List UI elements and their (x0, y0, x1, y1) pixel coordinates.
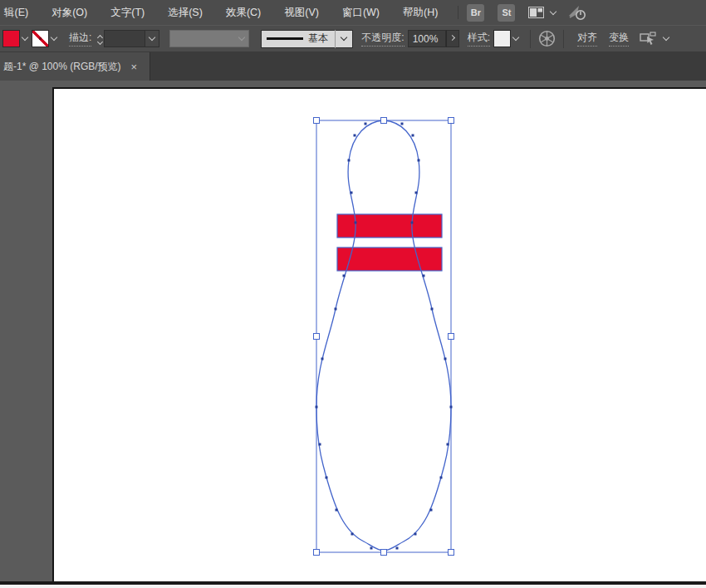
document-tab[interactable]: 题-1* @ 100% (RGB/预览) × (0, 52, 150, 81)
menu-bar: 辑(E) 对象(O) 文字(T) 选择(S) 效果(C) 视图(V) 窗口(W)… (0, 0, 706, 25)
stock-button[interactable]: St (498, 4, 515, 22)
graphic-style-swatch[interactable] (493, 30, 511, 47)
chevron-down-icon (238, 34, 245, 41)
selection-handle[interactable] (314, 118, 320, 124)
stroke-weight-input[interactable] (104, 30, 145, 47)
chevron-down-icon (22, 34, 28, 41)
gpu-rocket-icon (567, 4, 587, 21)
path-anchor-point[interactable] (415, 192, 418, 194)
brush-definition-label: 基本 (308, 32, 328, 46)
arrange-documents-button[interactable] (528, 7, 556, 18)
path-anchor-point[interactable] (450, 406, 453, 409)
stroke-color-dropdown[interactable] (49, 26, 61, 51)
path-anchor-point[interactable] (411, 222, 414, 224)
arrange-documents-icon (528, 7, 544, 18)
selection-handle[interactable] (381, 118, 387, 124)
path-anchor-point[interactable] (343, 275, 346, 277)
fill-color-dropdown[interactable] (20, 26, 32, 51)
path-anchor-point[interactable] (326, 477, 328, 479)
path-anchor-point[interactable] (447, 443, 449, 446)
controlbar-separator (530, 30, 531, 48)
path-anchor-point[interactable] (335, 308, 337, 311)
path-anchor-point[interactable] (351, 192, 353, 194)
menu-help[interactable]: 帮助(H) (391, 0, 449, 25)
chevron-down-icon (550, 7, 556, 14)
pin-stripe-top[interactable] (337, 214, 442, 238)
document-tab-bar: 题-1* @ 100% (RGB/预览) × (0, 52, 706, 81)
path-anchor-point[interactable] (348, 159, 351, 162)
path-anchor-point[interactable] (365, 123, 367, 125)
selection-handle[interactable] (314, 550, 320, 556)
path-anchor-point[interactable] (370, 547, 373, 550)
transform-panel-link[interactable]: 变换 (609, 31, 629, 47)
stroke-weight-dropdown[interactable] (145, 30, 159, 47)
path-anchor-point[interactable] (319, 443, 321, 446)
brush-stroke-preview (267, 37, 303, 40)
selection-handle[interactable] (314, 334, 320, 340)
gpu-performance-button[interactable] (567, 4, 587, 21)
menu-edit[interactable]: 辑(E) (0, 0, 40, 25)
below-window-strip (0, 585, 706, 588)
selection-handle[interactable] (449, 550, 454, 556)
canvas-viewport[interactable] (0, 81, 706, 588)
menu-select[interactable]: 选择(S) (156, 0, 214, 25)
control-bar: 描边: 基本 不透明度: 100% 样式: (0, 25, 706, 52)
selection-handle[interactable] (449, 334, 454, 340)
path-anchor-point[interactable] (401, 123, 404, 125)
bowling-pin-path[interactable] (316, 120, 451, 551)
opacity-expand-button[interactable] (446, 30, 459, 47)
stroke-weight-stepper[interactable] (98, 34, 102, 44)
selection-handle[interactable] (449, 118, 454, 124)
close-tab-button[interactable]: × (131, 61, 138, 73)
path-anchor-point[interactable] (414, 533, 417, 536)
path-anchor-point[interactable] (336, 509, 338, 512)
chevron-down-icon (512, 34, 519, 41)
path-anchor-point[interactable] (321, 358, 324, 360)
path-anchor-point[interactable] (355, 222, 357, 224)
menu-object[interactable]: 对象(O) (40, 0, 99, 25)
path-anchor-point[interactable] (431, 308, 434, 311)
path-anchor-point[interactable] (412, 135, 414, 137)
bridge-button[interactable]: Br (467, 4, 484, 22)
path-anchor-point[interactable] (354, 135, 356, 137)
opacity-panel-link[interactable]: 不透明度: (361, 31, 404, 47)
recolor-artwork-button[interactable] (538, 30, 556, 47)
color-wheel-icon (538, 30, 556, 47)
selection-handle[interactable] (381, 550, 387, 556)
stroke-panel-link[interactable]: 描边: (69, 31, 91, 47)
path-anchor-point[interactable] (423, 275, 425, 277)
stroke-color-swatch-none[interactable] (32, 30, 49, 47)
graphic-style-dropdown[interactable] (511, 26, 522, 51)
fill-color-swatch[interactable] (2, 30, 20, 47)
menu-type[interactable]: 文字(T) (99, 0, 156, 25)
brush-definition-chevron[interactable] (336, 37, 352, 40)
artboard[interactable] (52, 87, 706, 581)
pin-stripe-bottom[interactable] (337, 247, 442, 271)
path-anchor-point[interactable] (396, 547, 399, 550)
isolate-object-button[interactable] (640, 32, 669, 47)
menu-effect[interactable]: 效果(C) (214, 0, 272, 25)
chevron-right-icon (449, 34, 455, 40)
controlbar-separator (563, 30, 564, 48)
brush-definition-dropdown[interactable]: 基本 (261, 30, 353, 48)
align-panel-link[interactable]: 对齐 (577, 31, 597, 47)
path-anchor-point[interactable] (444, 358, 447, 360)
menu-window[interactable]: 窗口(W) (331, 0, 391, 25)
chevron-down-icon (663, 34, 669, 41)
path-anchor-point[interactable] (440, 477, 443, 479)
path-anchor-point[interactable] (430, 509, 433, 512)
menubar-separator (458, 6, 458, 19)
menu-view[interactable]: 视图(V) (272, 0, 331, 25)
selection-bounding-box[interactable] (316, 120, 451, 552)
width-profile-dropdown (169, 30, 249, 47)
artwork-layer (52, 87, 706, 581)
chevron-down-icon (149, 34, 155, 41)
style-label: 样式: (468, 31, 490, 47)
selection-handles-layer (314, 118, 454, 556)
path-anchor-point[interactable] (418, 159, 420, 162)
opacity-input[interactable]: 100% (408, 30, 446, 47)
document-title: 题-1* @ 100% (RGB/预览) (3, 60, 121, 74)
path-anchor-point[interactable] (351, 533, 354, 536)
isolate-selection-icon (640, 32, 658, 47)
path-anchor-point[interactable] (316, 406, 318, 409)
